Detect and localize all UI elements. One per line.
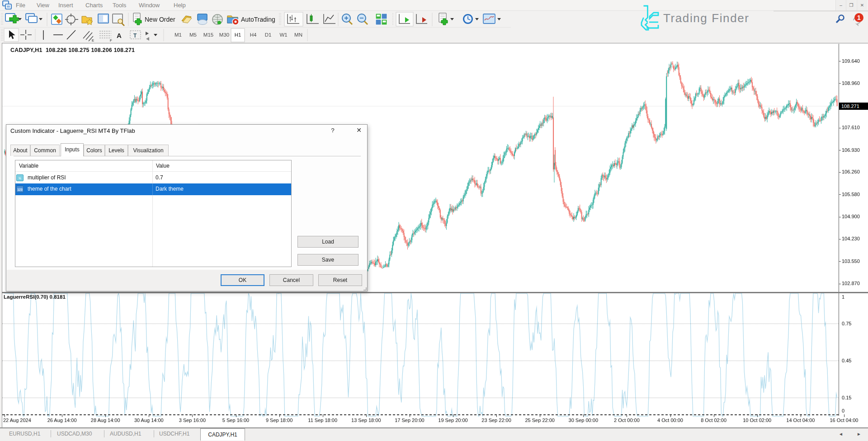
svg-text:T: T <box>133 33 137 39</box>
svg-text:M1: M1 <box>175 32 182 38</box>
svg-text:AutoTrading: AutoTrading <box>241 16 275 23</box>
svg-text:F: F <box>110 38 112 42</box>
svg-text:A: A <box>117 32 122 39</box>
svg-text:MN: MN <box>294 32 302 38</box>
svg-text:M30: M30 <box>219 32 229 38</box>
svg-text:H1: H1 <box>235 32 241 38</box>
svg-text:W1: W1 <box>279 32 287 38</box>
svg-text:New Order: New Order <box>145 16 175 23</box>
svg-text:1: 1 <box>857 14 861 21</box>
svg-text:H4: H4 <box>250 32 257 38</box>
svg-text:M15: M15 <box>203 32 213 38</box>
svg-text:M5: M5 <box>189 32 197 38</box>
svg-text:D1: D1 <box>265 32 272 38</box>
svg-text:E: E <box>92 38 94 42</box>
